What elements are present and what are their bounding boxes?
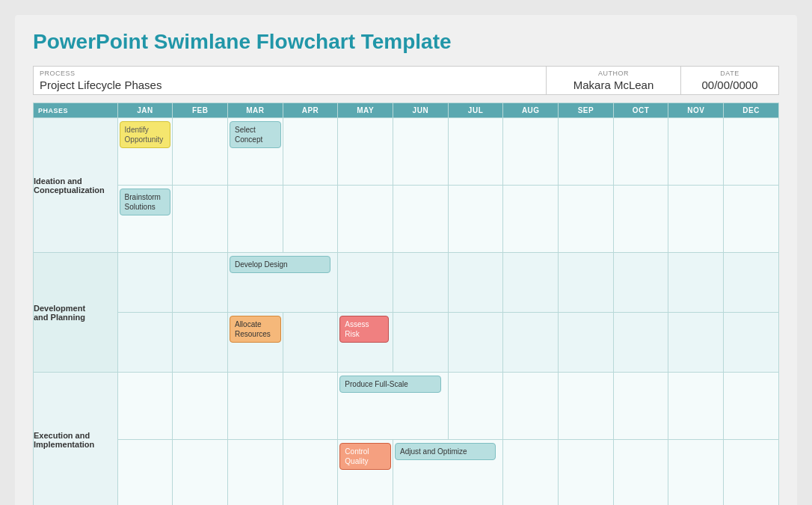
ideation2-jul: [448, 186, 503, 253]
ideation2-nov: [668, 186, 724, 253]
month-dec: DEC: [724, 103, 779, 118]
exec-may-jun: Produce Full-Scale: [338, 373, 448, 440]
month-feb: FEB: [173, 103, 228, 118]
exec2-may: Control Quality: [338, 440, 393, 506]
ideation-oct: [613, 118, 668, 186]
ideation-mar: SelectConcept: [227, 118, 283, 186]
ideation2-oct: [613, 186, 668, 253]
dev2-dec: [724, 313, 779, 373]
dev-feb: [173, 253, 228, 313]
exec-jul: [448, 373, 503, 440]
ideation-apr: [283, 118, 338, 186]
dev2-jan: [117, 313, 173, 373]
month-nov: NOV: [668, 103, 724, 118]
date-label: DATE: [687, 70, 772, 77]
process-section: PROCESS Project Lifecycle Phases: [34, 67, 547, 94]
author-label: AUTHOR: [553, 70, 674, 77]
phase-exec-label: Execution andImplementation: [34, 373, 118, 506]
row-exec: Execution andImplementation Produce Full…: [34, 373, 779, 440]
dev2-apr: [283, 313, 338, 373]
dev2-jul: [448, 313, 503, 373]
ideation2-aug: [503, 186, 559, 253]
task-develop-design: Develop Design: [230, 256, 330, 273]
dev2-sep: [559, 313, 614, 373]
ideation2-jun: [393, 186, 449, 253]
exec2-oct: [613, 440, 668, 506]
phases-header: PHASES: [34, 103, 118, 118]
swimlane-table: PHASES JAN FEB MAR APR MAY JUN JUL AUG S…: [33, 102, 779, 505]
dev-jul: [448, 253, 503, 313]
exec2-apr: [283, 440, 338, 506]
dev-oct: [613, 253, 668, 313]
exec2-jan: [117, 440, 173, 506]
dev-sep: [559, 253, 614, 313]
ideation-jun: [393, 118, 449, 186]
month-oct: OCT: [613, 103, 668, 118]
ideation-nov: [668, 118, 724, 186]
task-assess-risk: Assess Risk: [339, 316, 388, 343]
info-bar: PROCESS Project Lifecycle Phases AUTHOR …: [33, 66, 779, 95]
date-section: DATE 00/00/0000: [681, 67, 778, 94]
exec2-mar: [227, 440, 283, 506]
ideation-jan: IdentifyOpportunity: [117, 118, 173, 186]
row-ideation: Ideation andConceptualization IdentifyOp…: [34, 118, 779, 186]
dev2-oct: [613, 313, 668, 373]
month-aug: AUG: [503, 103, 559, 118]
ideation2-may: [338, 186, 393, 253]
dev-nov: [668, 253, 724, 313]
dev2-nov: [668, 313, 724, 373]
phase-ideation-label: Ideation andConceptualization: [34, 118, 118, 253]
ideation-jul: [448, 118, 503, 186]
phase-dev-label: Developmentand Planning: [34, 253, 118, 373]
process-label: PROCESS: [40, 70, 540, 77]
exec2-jun-jul: Adjust and Optimize: [393, 440, 503, 506]
task-adjust-optimize: Adjust and Optimize: [395, 443, 496, 460]
exec-jan: [117, 373, 173, 440]
exec2-aug: [503, 440, 559, 506]
task-produce-full-scale: Produce Full-Scale: [339, 376, 440, 393]
row-exec-2: Control Quality Adjust and Optimize: [34, 440, 779, 506]
ideation-feb: [173, 118, 228, 186]
ideation2-mar: [227, 186, 283, 253]
exec-mar: [227, 373, 283, 440]
dev-may: [338, 253, 393, 313]
dev-aug: [503, 253, 559, 313]
dev-jan: [117, 253, 173, 313]
author-section: AUTHOR Makara McLean: [547, 67, 681, 94]
row-ideation-2: BrainstormSolutions: [34, 186, 779, 253]
exec2-nov: [668, 440, 724, 506]
month-jun: JUN: [393, 103, 449, 118]
month-may: MAY: [338, 103, 393, 118]
dev2-mar: AllocateResources: [227, 313, 283, 373]
date-value: 00/00/0000: [687, 79, 772, 91]
dev2-jun: [393, 313, 449, 373]
exec-feb: [173, 373, 228, 440]
process-value: Project Lifecycle Phases: [40, 79, 540, 91]
task-identify-opportunity: IdentifyOpportunity: [120, 121, 171, 148]
exec-dec: [724, 373, 779, 440]
exec-oct: [613, 373, 668, 440]
header-row: PHASES JAN FEB MAR APR MAY JUN JUL AUG S…: [34, 103, 779, 118]
ideation-dec: [724, 118, 779, 186]
task-brainstorm: BrainstormSolutions: [120, 189, 171, 215]
exec2-dec: [724, 440, 779, 506]
page-wrapper: PowerPoint Swimlane Flowchart Template P…: [15, 15, 797, 505]
dev-mar-apr: Develop Design: [227, 253, 337, 313]
exec-nov: [668, 373, 724, 440]
exec-sep: [559, 373, 614, 440]
month-apr: APR: [283, 103, 338, 118]
author-value: Makara McLean: [553, 79, 674, 91]
dev2-aug: [503, 313, 559, 373]
ideation2-dec: [724, 186, 779, 253]
month-jul: JUL: [448, 103, 503, 118]
main-title: PowerPoint Swimlane Flowchart Template: [33, 30, 779, 54]
ideation2-feb: [173, 186, 228, 253]
ideation2-sep: [559, 186, 614, 253]
task-select-concept: SelectConcept: [230, 121, 281, 148]
row-dev: Developmentand Planning Develop Design: [34, 253, 779, 313]
month-mar: MAR: [227, 103, 283, 118]
ideation-sep: [559, 118, 614, 186]
dev-dec: [724, 253, 779, 313]
task-control-quality: Control Quality: [339, 443, 391, 470]
dev-jun: [393, 253, 449, 313]
